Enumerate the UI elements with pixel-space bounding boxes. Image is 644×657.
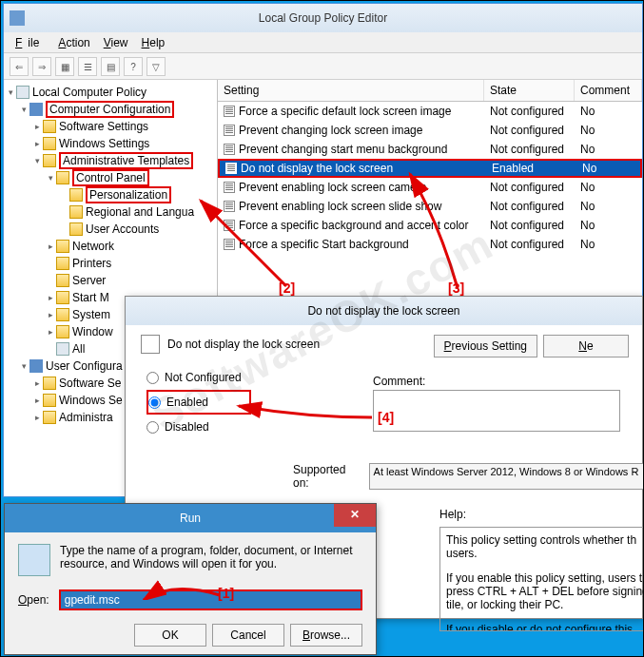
radio-enabled[interactable]: Enabled (146, 390, 251, 415)
row-state: Not configured (484, 143, 575, 156)
menubar: File Action View Help (4, 32, 642, 53)
policy-icon (224, 182, 235, 193)
list-row[interactable]: Do not display the lock screenEnabledNo (218, 159, 642, 178)
menu-action[interactable]: Action (52, 34, 95, 50)
tree-label: Software Se (59, 377, 121, 390)
menu-view[interactable]: View (98, 34, 134, 50)
policy-titlebar[interactable]: Do not display the lock screen (126, 297, 642, 325)
tree-label: Software Settings (59, 120, 148, 133)
row-state: Not configured (484, 200, 575, 213)
tree-label: All (72, 342, 85, 356)
folder-icon (56, 171, 69, 184)
policy-icon (141, 335, 160, 354)
tree-item[interactable]: ▾Computer Configuration (6, 101, 215, 118)
folder-icon (69, 205, 83, 219)
forward-icon[interactable]: ⇒ (32, 57, 51, 76)
folder-icon (56, 291, 69, 304)
row-comment: No (575, 143, 642, 156)
tree-item[interactable]: Personalization (6, 186, 215, 203)
run-window: Run ✕ Type the name of a program, folder… (4, 503, 377, 655)
list-row[interactable]: Force a specific Start backgroundNot con… (218, 235, 642, 254)
folder-icon (69, 188, 83, 202)
tree-item[interactable]: ▸Network (6, 238, 215, 255)
run-buttons: OK Cancel Browse... (18, 624, 362, 647)
list-row[interactable]: Prevent enabling lock screen slide showN… (218, 197, 642, 216)
tree-item[interactable]: ▸Software Settings (6, 118, 215, 135)
column-comment[interactable]: Comment (575, 80, 642, 101)
list-row[interactable]: Force a specific default lock screen ima… (218, 102, 642, 121)
folder-icon (29, 359, 43, 373)
row-comment: No (575, 238, 642, 251)
tree-label: Windows Settings (59, 137, 149, 150)
props-icon[interactable]: ▤ (101, 57, 120, 76)
supported-text: At least Windows Server 2012, Windows 8 … (369, 463, 644, 490)
cancel-button[interactable]: Cancel (212, 624, 284, 647)
tree-label: Window (72, 325, 113, 338)
run-titlebar[interactable]: Run ✕ (5, 504, 376, 532)
supported-label: Supported on: (293, 463, 361, 490)
window-title: Local Group Policy Editor (259, 11, 387, 25)
policy-icon (224, 106, 235, 117)
list-row[interactable]: Force a specific background and accent c… (218, 216, 642, 235)
run-input[interactable] (59, 589, 362, 610)
tree-label: Administrative Templates (59, 152, 193, 169)
menu-file[interactable]: File (10, 34, 50, 50)
run-body: Type the name of a program, folder, docu… (5, 532, 376, 657)
row-comment: No (575, 200, 642, 213)
folder-icon (16, 86, 29, 99)
tree-item[interactable]: ▾Administrative Templates (6, 152, 215, 169)
list-row[interactable]: Prevent enabling lock screen cameraNot c… (218, 178, 642, 197)
folder-icon (56, 274, 69, 287)
column-state[interactable]: State (484, 80, 575, 101)
tree-item[interactable]: ▸Windows Settings (6, 135, 215, 152)
list-icon[interactable]: ☰ (78, 57, 97, 76)
browse-button[interactable]: Browse... (290, 624, 362, 647)
help-icon[interactable]: ? (124, 57, 143, 76)
tree-label: Printers (72, 257, 111, 270)
folder-icon (43, 377, 56, 390)
folder-icon (43, 394, 56, 407)
tree-label: Network (72, 240, 114, 253)
row-setting: Force a specific default lock screen ima… (239, 105, 451, 118)
tree-label: Personalization (86, 186, 171, 203)
row-setting: Prevent changing lock screen image (239, 124, 422, 137)
row-comment: No (575, 124, 642, 137)
tree-label: Control Panel (72, 169, 149, 186)
up-icon[interactable]: ▦ (55, 57, 74, 76)
filter-icon[interactable]: ▽ (146, 57, 166, 76)
policy-icon (224, 144, 235, 155)
back-icon[interactable]: ⇐ (10, 57, 29, 76)
folder-icon (29, 103, 43, 116)
close-icon[interactable]: ✕ (334, 504, 376, 527)
menu-help[interactable]: Help (136, 34, 171, 50)
help-area: Help: This policy setting controls wheth… (439, 508, 644, 631)
next-setting-button[interactable]: Ne (543, 335, 629, 357)
previous-setting-button[interactable]: PPrevious Settingrevious Setting (434, 335, 537, 357)
row-state: Not configured (484, 238, 575, 251)
annotation-4: [4] (378, 410, 394, 425)
tree-item[interactable]: ▾Control Panel (6, 169, 215, 186)
comment-textarea[interactable] (373, 390, 620, 432)
folder-icon (56, 342, 69, 356)
tree-label: Windows Se (59, 394, 123, 407)
tree-item[interactable]: Server (6, 272, 215, 289)
tree-item[interactable]: ▾Local Computer Policy (6, 84, 215, 101)
policy-icon (224, 239, 235, 250)
policy-icon (224, 125, 235, 136)
row-comment: No (575, 181, 642, 194)
row-setting: Do not display the lock screen (241, 162, 393, 175)
tree-item[interactable]: Regional and Langua (6, 203, 215, 221)
row-state: Not configured (484, 219, 575, 232)
list-row[interactable]: Prevent changing lock screen imageNot co… (218, 121, 642, 140)
tree-item[interactable]: Printers (6, 255, 215, 272)
gpedit-titlebar[interactable]: Local Group Policy Editor (4, 4, 642, 32)
folder-icon (43, 154, 56, 167)
row-state: Not configured (484, 181, 575, 194)
column-setting[interactable]: Setting (218, 80, 484, 101)
tree-item[interactable]: User Accounts (6, 221, 215, 238)
row-setting: Prevent enabling lock screen camera (239, 181, 426, 194)
list-row[interactable]: Prevent changing start menu backgroundNo… (218, 140, 642, 159)
ok-button[interactable]: OK (134, 624, 206, 647)
annotation-1: [1] (218, 586, 234, 601)
policy-icon (224, 201, 235, 212)
